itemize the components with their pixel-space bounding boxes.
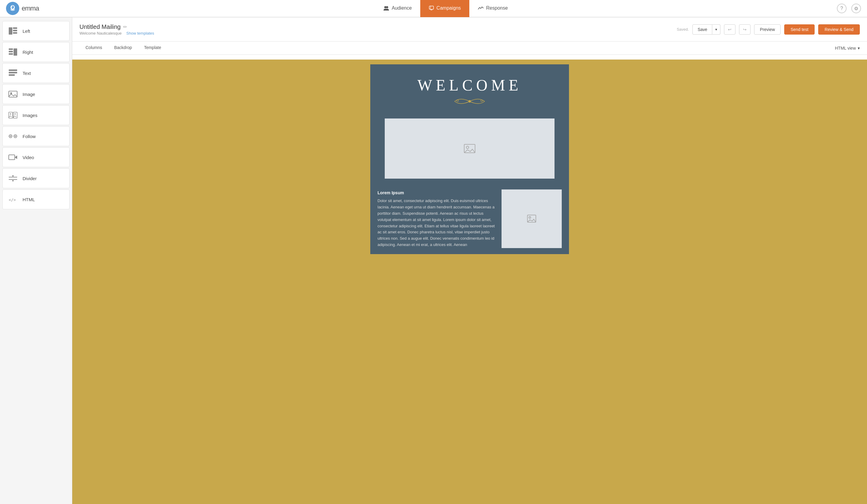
show-templates-link[interactable]: Show templates <box>127 31 154 35</box>
sidebar-right-label: Right <box>23 50 33 55</box>
tab-columns-label: Columns <box>85 45 102 50</box>
divider-layout-icon <box>8 173 18 184</box>
saved-label: Saved. <box>677 27 689 32</box>
html-view-chevron-icon: ▾ <box>858 46 860 51</box>
svg-point-23 <box>14 113 16 114</box>
nav-item-audience[interactable]: Audience <box>375 0 420 17</box>
svg-rect-8 <box>13 28 17 29</box>
svg-marker-30 <box>12 180 13 181</box>
sidebar-follow-label: Follow <box>23 134 35 139</box>
html-view-toggle[interactable]: HTML view ▾ <box>835 46 860 51</box>
settings-button[interactable]: ⚙ <box>851 3 861 13</box>
nav-items: Audience Campaigns Response <box>60 0 831 17</box>
sidebar-item-divider[interactable]: Divider <box>2 168 69 188</box>
toolbar: Untitled Mailing ✏ Welcome Nauticalesque… <box>72 18 867 42</box>
svg-point-4 <box>384 6 387 8</box>
content-area: Untitled Mailing ✏ Welcome Nauticalesque… <box>72 18 867 504</box>
tab-backdrop-label: Backdrop <box>114 45 132 50</box>
logo-text: emma <box>22 4 39 12</box>
svg-point-34 <box>457 100 459 102</box>
video-layout-icon <box>8 152 18 163</box>
svg-rect-11 <box>13 48 17 56</box>
svg-point-33 <box>469 100 471 102</box>
sidebar-item-text[interactable]: Text <box>2 63 69 83</box>
nav-item-campaigns[interactable]: Campaigns <box>420 0 469 17</box>
right-layout-icon <box>8 47 18 57</box>
tab-template[interactable]: Template <box>138 42 167 55</box>
preview-button[interactable]: Preview <box>754 24 781 35</box>
tab-columns[interactable]: Columns <box>79 42 108 55</box>
sidebar-video-label: Video <box>23 155 34 160</box>
email-content-section: Lorem Ipsum Dolor sit amet, consectetur … <box>370 184 569 254</box>
svg-rect-9 <box>13 30 17 31</box>
sidebar-html-label: HTML <box>23 197 35 202</box>
mailing-info: Untitled Mailing ✏ Welcome Nauticalesque… <box>79 23 673 35</box>
sidebar-divider-label: Divider <box>23 176 37 181</box>
svg-rect-7 <box>9 28 12 35</box>
help-button[interactable]: ? <box>837 3 846 13</box>
svg-rect-21 <box>13 112 17 118</box>
sidebar-image-label: Image <box>23 92 35 97</box>
lorem-body: Dolor sit amet, consectetur adipiscing e… <box>377 198 495 247</box>
svg-rect-26 <box>9 155 15 160</box>
sidebar-item-video[interactable]: Video <box>2 147 69 167</box>
svg-rect-18 <box>9 91 17 97</box>
redo-button[interactable]: ↪ <box>739 24 750 35</box>
sidebar-item-follow[interactable]: Follow <box>2 126 69 146</box>
tab-template-label: Template <box>144 45 161 50</box>
svg-marker-29 <box>12 175 13 176</box>
image-layout-icon <box>8 89 18 100</box>
gear-icon: ⚙ <box>854 6 858 11</box>
email-white-bar <box>72 55 867 59</box>
save-dropdown-button[interactable]: ▾ <box>712 24 720 35</box>
sidebar-item-image[interactable]: Image <box>2 84 69 104</box>
edit-title-icon[interactable]: ✏ <box>123 24 127 30</box>
nav-right: ? ⚙ <box>831 3 867 13</box>
email-side-image-placeholder <box>502 189 562 248</box>
top-nav: emma Audience Campaigns Response ? ⚙ <box>0 0 867 18</box>
nav-response-label: Response <box>486 6 508 11</box>
images-layout-icon <box>8 110 18 121</box>
follow-layout-icon <box>8 131 18 142</box>
html-layout-icon: </> <box>8 194 18 205</box>
undo-button[interactable]: ↩ <box>724 24 736 35</box>
review-send-button[interactable]: Review & Send <box>818 24 860 35</box>
mailing-title-row: Untitled Mailing ✏ <box>79 23 673 30</box>
svg-text:</>: </> <box>9 198 16 202</box>
save-button-group: Save ▾ <box>692 24 720 35</box>
undo-icon: ↩ <box>728 27 731 32</box>
nav-item-response[interactable]: Response <box>469 0 516 17</box>
mailing-title: Untitled Mailing <box>79 23 121 30</box>
svg-rect-15 <box>9 69 17 71</box>
redo-icon: ↪ <box>743 27 747 32</box>
nav-audience-label: Audience <box>392 6 412 11</box>
sidebar-item-images[interactable]: Images <box>2 105 69 125</box>
sidebar-images-label: Images <box>23 113 37 118</box>
sidebar-item-html[interactable]: </> HTML <box>2 189 69 209</box>
left-layout-icon <box>8 25 18 36</box>
mailing-subtitle-text: Welcome Nauticalesque <box>79 31 122 35</box>
sidebar: Left Right Text <box>0 18 72 504</box>
svg-point-5 <box>386 6 388 8</box>
email-content: WELCOME <box>370 64 569 254</box>
nav-campaigns-label: Campaigns <box>437 6 461 11</box>
mailing-subtitle: Welcome Nauticalesque Show templates <box>79 31 673 35</box>
tab-backdrop[interactable]: Backdrop <box>108 42 138 55</box>
email-main-image-placeholder <box>385 119 555 179</box>
svg-point-3 <box>12 6 13 8</box>
logo-area: emma <box>0 2 60 15</box>
email-canvas[interactable]: WELCOME <box>72 55 867 504</box>
sidebar-text-label: Text <box>23 71 31 76</box>
svg-rect-14 <box>9 53 13 55</box>
logo-icon <box>6 2 19 15</box>
svg-marker-27 <box>15 155 17 159</box>
svg-rect-17 <box>9 74 15 76</box>
sidebar-item-left[interactable]: Left <box>2 21 69 41</box>
save-button[interactable]: Save <box>692 24 712 35</box>
svg-point-39 <box>529 217 531 218</box>
send-test-button[interactable]: Send test <box>784 24 815 35</box>
sidebar-left-label: Left <box>23 29 30 34</box>
svg-rect-20 <box>9 112 13 118</box>
welcome-heading: WELCOME <box>376 76 563 94</box>
sidebar-item-right[interactable]: Right <box>2 42 69 62</box>
